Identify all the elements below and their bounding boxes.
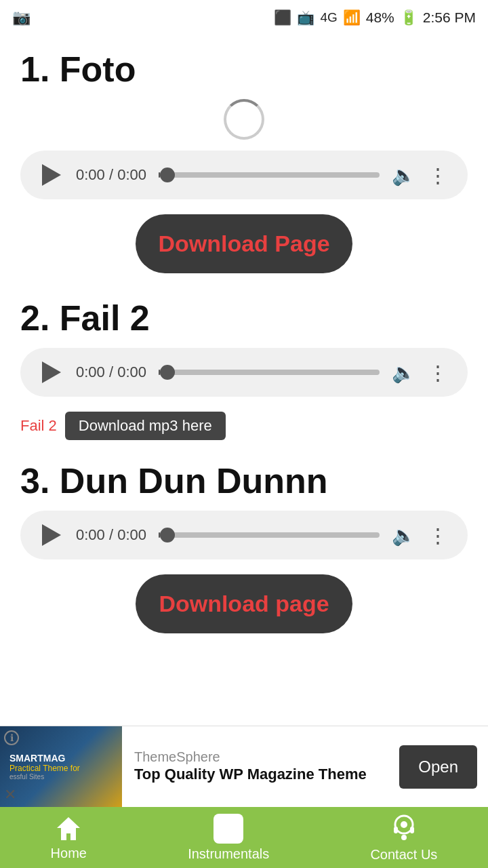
play-icon	[42, 164, 61, 186]
track-2-progress[interactable]	[159, 370, 380, 375]
ad-image: ℹ SMARTMAG Practical Theme for essful Si…	[0, 726, 122, 808]
svg-marker-0	[57, 817, 80, 840]
ad-close-button[interactable]: ✕	[4, 786, 16, 804]
track-1-player[interactable]: 0:00 / 0:00 🔈 ⋮	[20, 151, 468, 199]
track-2: 2. Fail 2 0:00 / 0:00 🔈 ⋮ Fail 2 Downloa…	[20, 298, 468, 440]
storage-icon: ⬛	[274, 9, 291, 26]
track-1: 1. Foto 0:00 / 0:00 🔈 ⋮ Download Page	[20, 49, 468, 273]
track-1-more-button[interactable]: ⋮	[428, 163, 449, 187]
status-bar: 📷 ⬛ 📺 4G 📶 48% 🔋 2:56 PM	[0, 0, 488, 35]
nav-instrumentals-label: Instrumentals	[188, 846, 269, 862]
track-3-title: 3. Dun Dun Dunnn	[20, 460, 468, 501]
track-2-inline-name: Fail 2	[20, 417, 57, 435]
ad-info-icon[interactable]: ℹ	[4, 730, 19, 745]
ad-banner: ℹ SMARTMAG Practical Theme for essful Si…	[0, 726, 488, 807]
track-2-play-button[interactable]	[39, 360, 64, 384]
track-3-time: 0:00 / 0:00	[76, 526, 146, 544]
track-3-progress[interactable]	[159, 532, 380, 538]
track-1-title: 1. Foto	[20, 49, 468, 90]
svg-point-4	[401, 835, 407, 840]
svg-rect-2	[394, 827, 398, 833]
track-3-play-button[interactable]	[39, 523, 64, 547]
nav-contact[interactable]: Contact Us	[370, 813, 437, 863]
track-2-download-link[interactable]: Download mp3 here	[65, 412, 226, 440]
ad-open-button[interactable]: Open	[399, 745, 477, 789]
ad-brand-logo: SMARTMAG	[9, 753, 65, 764]
ad-sponsor-name: ThemeSphere	[134, 749, 387, 765]
track-2-volume-icon[interactable]: 🔈	[392, 361, 415, 384]
track-3: 3. Dun Dun Dunnn 0:00 / 0:00 🔈 ⋮ Downloa…	[20, 460, 468, 633]
main-content: 1. Foto 0:00 / 0:00 🔈 ⋮ Download Page 2.…	[0, 35, 488, 780]
camera-icon: 📷	[12, 9, 30, 26]
play-icon	[42, 361, 61, 383]
bottom-nav: Home Instrumentals Contact Us	[0, 807, 488, 868]
track-2-title: 2. Fail 2	[20, 298, 468, 338]
nav-home[interactable]: Home	[51, 814, 87, 861]
track-1-progress-dot	[160, 167, 175, 182]
signal-bars: 📶	[343, 9, 361, 26]
loading-spinner-wrap	[20, 99, 468, 140]
battery-icon: 🔋	[400, 9, 418, 26]
ad-tagline2: essful Sites	[9, 773, 44, 781]
cast-icon: 📺	[297, 9, 314, 26]
nav-home-label: Home	[51, 846, 87, 861]
track-2-player[interactable]: 0:00 / 0:00 🔈 ⋮	[20, 348, 468, 397]
track-2-more-button[interactable]: ⋮	[428, 361, 449, 384]
track-1-time: 0:00 / 0:00	[76, 166, 146, 184]
track-3-volume-icon[interactable]: 🔈	[392, 524, 415, 547]
track-1-download-button[interactable]: Download Page	[136, 214, 352, 273]
track-3-download-button[interactable]: Download page	[136, 574, 352, 633]
track-3-more-button[interactable]: ⋮	[428, 524, 449, 547]
home-icon	[54, 814, 83, 843]
track-2-inline-download: Fail 2 Download mp3 here	[20, 412, 468, 440]
track-2-time: 0:00 / 0:00	[76, 363, 146, 381]
ad-info-section: ThemeSphere Top Quality WP Magazine Them…	[122, 743, 399, 791]
track-2-progress-dot	[160, 365, 175, 380]
svg-rect-3	[410, 827, 414, 833]
track-1-volume-icon[interactable]: 🔈	[392, 164, 415, 186]
nav-instrumentals[interactable]: Instrumentals	[188, 814, 269, 862]
ad-tagline: Practical Theme for	[9, 764, 80, 773]
instrumentals-icon	[214, 814, 243, 844]
svg-point-5	[401, 821, 407, 828]
ad-title: Top Quality WP Magazine Theme	[134, 765, 387, 785]
time-display: 2:56 PM	[423, 9, 476, 26]
track-1-progress[interactable]	[159, 172, 380, 178]
play-icon	[42, 524, 61, 546]
network-icon: 4G	[320, 10, 337, 25]
loading-spinner	[224, 99, 264, 140]
track-1-play-button[interactable]	[39, 163, 64, 187]
track-3-progress-dot	[160, 528, 175, 542]
track-3-player[interactable]: 0:00 / 0:00 🔈 ⋮	[20, 511, 468, 559]
nav-contact-label: Contact Us	[370, 847, 437, 863]
headset-icon	[390, 813, 418, 844]
battery-percent: 48%	[366, 9, 394, 26]
